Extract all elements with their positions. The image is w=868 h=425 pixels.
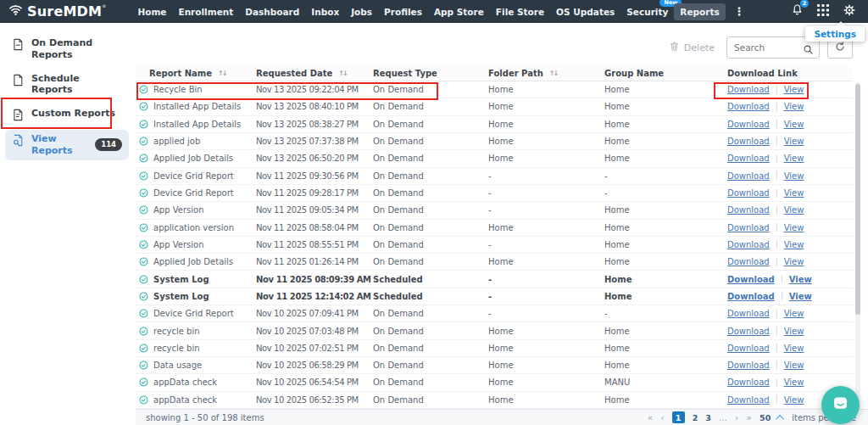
table-row[interactable]: recycle binNov 10 2025 07:02:51 PMOn Dem…	[136, 340, 853, 357]
column-header-folder-path[interactable]: Folder Path↑↓	[488, 69, 604, 78]
download-link[interactable]: Download	[727, 171, 770, 181]
column-header-report-name[interactable]: Report Name↑↓	[136, 69, 256, 78]
table-row[interactable]: Installed App DetailsNov 13 2025 08:38:2…	[136, 116, 853, 133]
download-link[interactable]: Download	[727, 377, 770, 387]
download-link[interactable]: Download	[727, 327, 770, 336]
view-link[interactable]: View	[789, 275, 812, 284]
table-row[interactable]: Device Grid ReportNov 11 2025 09:30:56 P…	[136, 168, 853, 185]
column-header-request-type[interactable]: Request Type	[373, 69, 488, 78]
more-menu-icon[interactable]: ⋮	[726, 5, 754, 18]
table-row[interactable]: System LogNov 11 2025 08:09:39 AMSchedul…	[136, 271, 853, 288]
nav-item-inbox[interactable]: Inbox	[305, 3, 345, 20]
page-number-1[interactable]: 1	[672, 411, 685, 423]
view-link[interactable]: View	[784, 257, 804, 266]
view-link[interactable]: View	[784, 344, 804, 353]
nav-item-reports[interactable]: Reports	[674, 3, 725, 20]
sort-icon[interactable]: ↑↓	[549, 70, 557, 77]
nav-item-app-store[interactable]: App Store	[428, 3, 490, 20]
table-row[interactable]: recycle binNov 10 2025 07:03:48 PMOn Dem…	[136, 322, 853, 339]
sidebar-item-view-reports[interactable]: View Reports114	[5, 130, 129, 160]
column-header-group-name[interactable]: Group Name	[604, 69, 727, 78]
download-link[interactable]: Download	[727, 344, 770, 353]
download-link[interactable]: Download	[727, 361, 770, 370]
table-row[interactable]: App VersionNov 11 2025 08:55:51 PMOn Dem…	[136, 237, 853, 254]
view-link[interactable]: View	[784, 395, 804, 405]
download-link[interactable]: Download	[727, 309, 770, 318]
page-first-button[interactable]: «	[647, 412, 653, 423]
view-link[interactable]: View	[784, 205, 804, 215]
download-link[interactable]: Download	[727, 137, 770, 146]
table-row[interactable]: System LogNov 11 2025 12:14:02 AMSchedul…	[136, 288, 853, 305]
download-link[interactable]: Download	[727, 85, 770, 94]
page-last-button[interactable]: »	[746, 412, 752, 423]
download-link[interactable]: Download	[727, 223, 770, 232]
view-link[interactable]: View	[784, 361, 804, 370]
download-link[interactable]: Download	[727, 205, 770, 215]
table-row[interactable]: Data usageNov 10 2025 06:58:29 PMOn Dema…	[136, 357, 853, 374]
column-header-requested-date[interactable]: Requested Date↑↓	[256, 69, 373, 78]
sort-icon[interactable]: ↑↓	[218, 70, 225, 77]
nav-item-profiles[interactable]: Profiles	[378, 3, 428, 20]
page-size-value[interactable]: 50	[760, 413, 771, 422]
download-link[interactable]: Download	[727, 275, 775, 284]
table-row[interactable]: appData checkNov 10 2025 06:54:54 PMOn D…	[136, 374, 853, 391]
nav-item-os-updates[interactable]: OS Updates	[550, 3, 620, 20]
download-link[interactable]: Download	[727, 154, 770, 163]
nav-item-home[interactable]: Home	[131, 3, 172, 20]
view-link[interactable]: View	[784, 240, 804, 249]
download-link[interactable]: Download	[727, 395, 770, 405]
chat-widget-button[interactable]	[821, 386, 860, 424]
view-link[interactable]: View	[784, 171, 804, 181]
page-next-button[interactable]: ›	[735, 412, 738, 423]
table-row[interactable]: Installed App DetailsNov 13 2025 08:40:1…	[136, 98, 853, 115]
view-link[interactable]: View	[784, 137, 804, 146]
table-row[interactable]: Device Grid ReportNov 11 2025 09:28:17 P…	[136, 185, 853, 202]
sidebar-item-custom-reports[interactable]: Custom Reports	[5, 104, 129, 125]
chevron-up-icon[interactable]	[776, 414, 784, 422]
notifications-button[interactable]: 2	[791, 3, 804, 20]
scrollbar-thumb[interactable]	[855, 84, 860, 315]
view-link[interactable]: View	[784, 102, 804, 111]
nav-item-enrollment[interactable]: Enrollment	[172, 3, 239, 20]
page-number-3[interactable]: 3	[705, 413, 711, 422]
view-link[interactable]: View	[784, 85, 804, 94]
download-link[interactable]: Download	[727, 257, 770, 266]
sort-icon[interactable]: ↑↓	[338, 70, 346, 77]
table-row[interactable]: application versionNov 11 2025 08:58:04 …	[136, 220, 853, 237]
table-row[interactable]: Recycle BinNov 13 2025 09:22:04 PMOn Dem…	[136, 81, 853, 98]
delete-button[interactable]: Delete	[669, 41, 715, 54]
table-row[interactable]: appData checkNov 10 2025 06:52:35 PMOn D…	[136, 392, 853, 409]
view-link[interactable]: View	[789, 292, 812, 301]
brand-logo[interactable]: SureMDM®	[0, 3, 106, 20]
nav-item-file-store[interactable]: File Store	[490, 3, 550, 20]
nav-item-dashboard[interactable]: Dashboard	[239, 3, 305, 20]
download-link[interactable]: Download	[727, 120, 770, 129]
table-row[interactable]: App VersionNov 11 2025 09:05:34 PMOn Dem…	[136, 202, 853, 219]
view-link[interactable]: View	[784, 223, 804, 232]
table-row[interactable]: applied jobNov 13 2025 07:37:38 PMOn Dem…	[136, 133, 853, 150]
nav-item-security[interactable]: SecurityNew	[620, 3, 674, 20]
download-link[interactable]: Download	[727, 240, 770, 249]
page-number-2[interactable]: 2	[693, 413, 698, 422]
nav-item-jobs[interactable]: Jobs	[345, 3, 378, 20]
page-prev-button[interactable]: ‹	[660, 412, 664, 423]
search-input[interactable]	[727, 37, 798, 58]
sidebar-item-schedule-reports[interactable]: Schedule Reports	[5, 70, 129, 100]
download-link[interactable]: Download	[727, 188, 770, 198]
table-row[interactable]: Device Grid ReportNov 10 2025 07:09:41 P…	[136, 305, 853, 322]
view-link[interactable]: View	[784, 154, 804, 163]
table-row[interactable]: Applied Job DetailsNov 11 2025 01:26:14 …	[136, 254, 853, 271]
view-link[interactable]: View	[784, 120, 804, 129]
download-link[interactable]: Download	[727, 102, 770, 111]
column-header-download-link[interactable]: Download Link	[727, 69, 853, 78]
download-link[interactable]: Download	[727, 292, 775, 301]
table-row[interactable]: Applied Job DetailsNov 13 2025 06:50:20 …	[136, 150, 853, 167]
apps-launcher-button[interactable]	[817, 3, 829, 20]
view-link[interactable]: View	[784, 377, 804, 387]
view-link[interactable]: View	[784, 327, 804, 336]
view-link[interactable]: View	[784, 188, 804, 198]
vertical-scrollbar[interactable]	[855, 82, 860, 409]
sidebar-item-on-demand-reports[interactable]: On Demand Reports	[5, 34, 129, 64]
search-icon[interactable]	[803, 42, 814, 59]
view-link[interactable]: View	[784, 309, 804, 318]
